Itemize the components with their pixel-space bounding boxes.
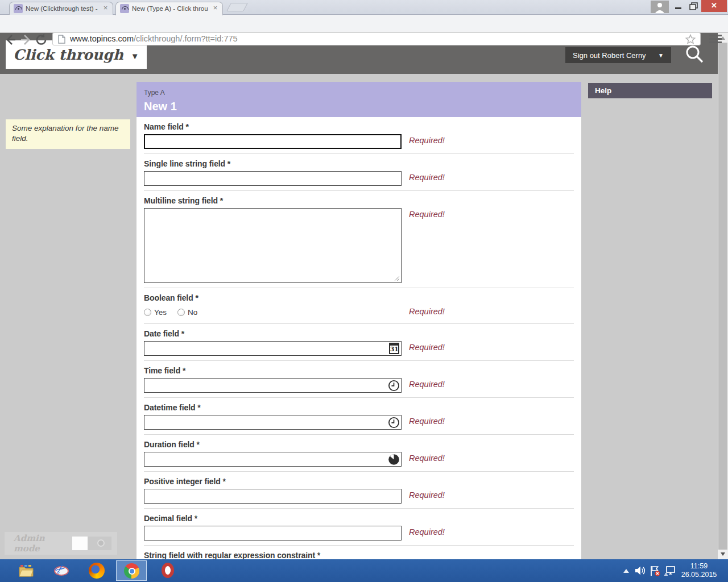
bookmark-star-icon[interactable] [685,34,696,44]
required-message: Required! [409,454,445,463]
volume-icon[interactable] [635,566,646,576]
chrome-taskbar-button-active[interactable] [116,560,147,581]
browser-menu-button[interactable] [709,35,722,44]
field-row-positive-integer: Positive integer field * Required! [144,472,574,509]
reload-icon [35,33,48,47]
field-label: Positive integer field * [144,477,574,486]
time-field-input[interactable] [144,378,402,393]
field-row-single-line-string: Single line string field * Required! [144,154,574,191]
back-icon [4,33,18,47]
action-center-flag-icon[interactable] [650,566,661,576]
resize-grip-icon[interactable] [394,276,400,281]
back-button[interactable] [4,33,18,47]
field-label: Decimal field * [144,514,574,523]
radio-label: Yes [154,308,167,317]
restore-icon [686,0,701,12]
field-label: Single line string field * [144,159,574,168]
date-field-input[interactable] [144,341,402,356]
help-header[interactable]: Help [588,83,712,98]
duration-field-input[interactable] [144,452,402,467]
firefox-icon[interactable] [89,563,105,579]
opera-icon[interactable] [160,563,176,579]
admin-mode-control: Admin mode [5,532,117,555]
network-icon[interactable] [663,566,676,576]
new-tab-button[interactable] [226,3,248,11]
radio-option-yes[interactable]: Yes [144,308,167,317]
sign-out-button[interactable]: Sign out Robert Cerny ▼ [565,47,671,63]
radio-button-icon[interactable] [144,309,151,316]
required-message: Required! [409,136,445,145]
scroll-down-arrow-icon[interactable] [721,552,725,556]
tab-title: New (Type A) - Click throu [132,2,208,15]
tab-close-icon[interactable]: × [211,4,220,13]
clock-icon[interactable] [388,380,400,392]
field-label: Time field * [144,366,574,375]
clock-icon[interactable] [388,417,400,429]
form-panel: Type A New 1 Name field * Required! Sing… [136,82,581,559]
tab-strip: New (Clickthrough test) - × New (Type A)… [0,0,728,15]
field-explanation-note: Some explanation for the name field. [6,119,130,149]
minimize-button[interactable] [671,0,686,12]
help-panel: Help [588,83,712,98]
tray-show-hidden-icons[interactable] [623,569,629,573]
radio-option-no[interactable]: No [177,308,197,317]
required-message: Required! [409,343,445,352]
admin-mode-label: Admin mode [14,533,72,554]
minimize-icon [675,7,681,9]
radio-label: No [188,308,197,317]
duration-pie-icon[interactable] [388,454,400,465]
topincs-favicon [14,4,23,13]
field-label: String field with regular expression con… [144,551,574,559]
required-message: Required! [409,527,445,537]
tab-type-a-active[interactable]: New (Type A) - Click throu × [115,2,223,15]
file-explorer-icon[interactable] [18,563,34,579]
form-header: Type A New 1 [136,82,581,117]
tab-close-icon[interactable]: × [101,4,110,13]
decimal-field-input[interactable] [144,526,402,541]
required-message: Required! [409,380,445,389]
url-path: /clickthrough/.form?tt=id:775 [134,34,238,43]
field-label: Datetime field * [144,403,574,412]
person-icon [651,1,669,13]
calendar-day-number: 31 [390,346,398,352]
single-line-string-input[interactable] [144,171,402,186]
profile-avatar-button[interactable] [651,1,669,13]
datetime-field-input[interactable] [144,415,402,430]
field-label: Multiline string field * [144,196,574,205]
form-title: New 1 [144,100,574,113]
admin-mode-toggle[interactable] [72,537,111,550]
tab-clickthrough-test[interactable]: New (Clickthrough test) - × [9,2,113,15]
clock-time: 11:59 [675,562,723,571]
address-bar[interactable]: www.topincs.com/clickthrough/.form?tt=id… [52,32,701,45]
forward-button[interactable] [19,33,32,47]
calendar-icon[interactable]: 31 [389,343,399,354]
tab-title: New (Clickthrough test) - [26,2,102,15]
page-content: Some explanation for the name field. Typ… [0,74,718,559]
browser-toolbar: www.topincs.com/clickthrough/.form?tt=id… [0,15,728,33]
vertical-scrollbar[interactable] [718,33,728,559]
positive-integer-input[interactable] [144,489,402,504]
field-row-multiline-string: Multiline string field * Required! [144,191,574,288]
scrollbar-thumb[interactable] [718,43,727,550]
toggle-knob-icon [97,539,105,547]
app-title: Click through [13,47,123,63]
name-field-input[interactable] [144,134,402,149]
sign-out-label: Sign out Robert Cerny [573,51,646,60]
field-label: Boolean field * [144,293,574,302]
close-button[interactable]: ✕ [701,0,727,12]
boolean-radio-group: Yes No [144,305,574,319]
required-message: Required! [409,173,445,182]
taskbar-clock[interactable]: 11:59 26.05.2015 [675,562,723,579]
required-message: Required! [409,210,445,219]
chevron-down-icon: ▼ [658,52,664,59]
field-row-boolean: Boolean field * Yes No Required! [144,288,574,324]
restore-button[interactable] [686,0,701,12]
required-message: Required! [409,417,445,426]
snipping-tool-icon[interactable]: ✂ [53,563,69,579]
radio-button-icon[interactable] [177,309,185,316]
field-row-date: Date field * 31 Required! [144,324,574,361]
reload-button[interactable] [35,33,48,47]
chrome-icon [124,563,139,579]
search-button[interactable] [684,44,705,65]
multiline-string-textarea[interactable] [144,208,402,283]
